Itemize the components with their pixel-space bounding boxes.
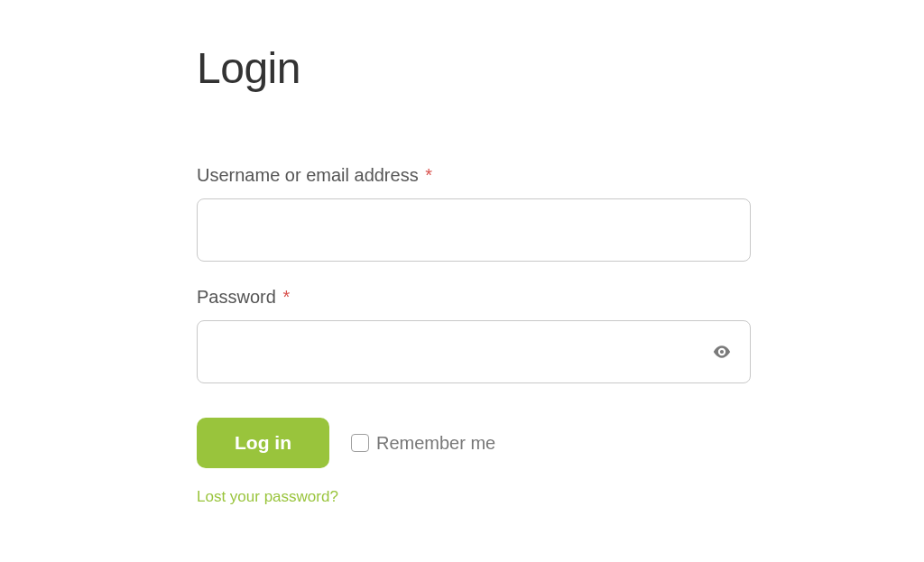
lost-password-link[interactable]: Lost your password? — [197, 488, 338, 506]
eye-icon — [713, 345, 731, 358]
remember-me-checkbox[interactable] — [351, 434, 369, 452]
page-title: Login — [197, 43, 751, 93]
username-label: Username or email address * — [197, 165, 751, 186]
required-asterisk-icon: * — [425, 165, 432, 185]
username-label-text: Username or email address — [197, 165, 419, 185]
toggle-password-visibility-button[interactable] — [709, 342, 735, 362]
password-input-wrap — [197, 320, 751, 383]
actions-row: Log in Remember me — [197, 418, 751, 468]
remember-me-label: Remember me — [376, 433, 495, 454]
username-input[interactable] — [197, 198, 751, 262]
login-form: Login Username or email address * Passwo… — [197, 43, 751, 506]
username-field-group: Username or email address * — [197, 165, 751, 262]
password-label: Password * — [197, 287, 751, 308]
remember-me-wrap: Remember me — [351, 433, 495, 454]
password-input[interactable] — [197, 320, 751, 383]
password-label-text: Password — [197, 287, 276, 307]
password-field-group: Password * — [197, 287, 751, 383]
required-asterisk-icon: * — [282, 287, 290, 307]
login-button[interactable]: Log in — [197, 418, 329, 468]
